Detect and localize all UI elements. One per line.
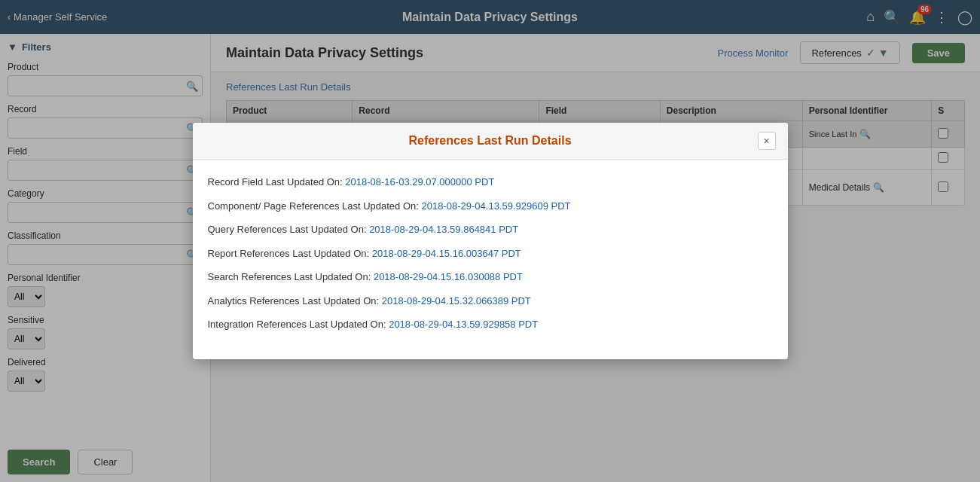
modal-row-label: Search References Last Updated On: bbox=[208, 271, 374, 282]
modal-row-value: 2018-08-29-04.13.59.929858 PDT bbox=[389, 319, 538, 330]
modal-row-label: Query References Last Updated On: bbox=[208, 224, 370, 235]
modal-row: Query References Last Updated On: 2018-0… bbox=[208, 222, 773, 237]
modal-overlay[interactable]: References Last Run Details × Record Fie… bbox=[0, 0, 980, 482]
modal-row-value: 2018-08-29-04.15.16.003647 PDT bbox=[372, 248, 521, 259]
modal-title: References Last Run Details bbox=[223, 134, 758, 148]
modal-row-value: 2018-08-16-03.29.07.000000 PDT bbox=[345, 176, 494, 188]
modal-row-label: Analytics References Last Updated On: bbox=[208, 295, 382, 307]
modal-row-label: Component/ Page References Last Updated … bbox=[208, 200, 422, 212]
modal-row: Integration References Last Updated On: … bbox=[208, 317, 773, 332]
modal-dialog: References Last Run Details × Record Fie… bbox=[193, 123, 788, 359]
modal-header: References Last Run Details × bbox=[193, 123, 788, 160]
modal-row: Analytics References Last Updated On: 20… bbox=[208, 294, 773, 309]
modal-row: Search References Last Updated On: 2018-… bbox=[208, 270, 773, 285]
modal-row-value: 2018-08-29-04.13.59.864841 PDT bbox=[369, 224, 518, 235]
modal-row: Record Field Last Updated On: 2018-08-16… bbox=[208, 175, 773, 190]
modal-row-value: 2018-08-29-04.13.59.929609 PDT bbox=[422, 200, 571, 212]
modal-row: Component/ Page References Last Updated … bbox=[208, 199, 773, 214]
modal-row-label: Report References Last Updated On: bbox=[208, 248, 372, 259]
modal-row: Report References Last Updated On: 2018-… bbox=[208, 246, 773, 261]
modal-row-value: 2018-08-29-04.15.16.030088 PDT bbox=[374, 271, 523, 282]
modal-close-button[interactable]: × bbox=[758, 132, 776, 150]
modal-row-label: Integration References Last Updated On: bbox=[208, 319, 389, 330]
modal-row-label: Record Field Last Updated On: bbox=[208, 176, 346, 188]
modal-body: Record Field Last Updated On: 2018-08-16… bbox=[193, 160, 788, 359]
modal-row-value: 2018-08-29-04.15.32.066389 PDT bbox=[382, 295, 531, 307]
